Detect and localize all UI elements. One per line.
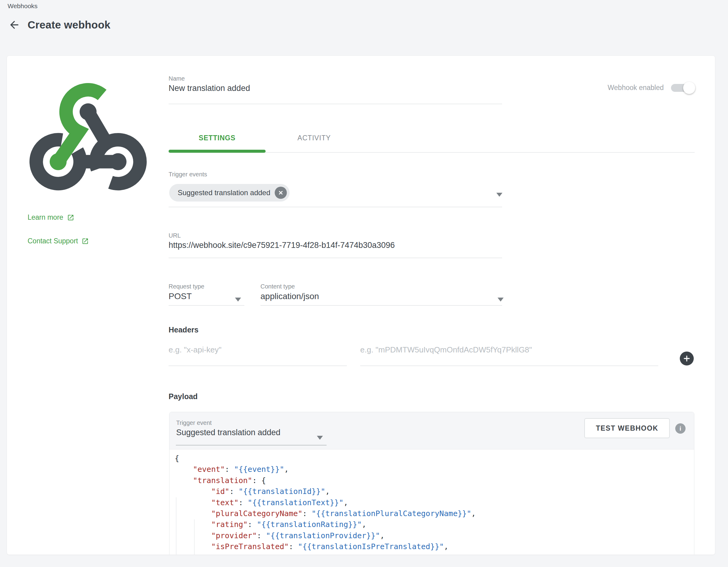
content-type-select[interactable]: application/json	[260, 291, 319, 301]
code-line: "createdAt": "{{translationCreatedAt}}",	[175, 552, 694, 555]
code-line: "rating": "{{translationRating}}",	[175, 519, 694, 530]
request-type-select[interactable]: POST	[169, 291, 192, 301]
url-label: URL	[169, 232, 181, 239]
page-header: Create webhook	[8, 18, 110, 32]
trigger-event-chip[interactable]: Suggested translation added	[169, 184, 290, 202]
url-underline	[169, 258, 502, 258]
payload-trigger-event-label: Trigger event	[176, 419, 212, 426]
header-value-underline	[360, 365, 658, 366]
content-type-underline	[260, 305, 502, 306]
webhook-enabled-row: Webhook enabled	[608, 84, 695, 92]
trigger-events-label: Trigger events	[169, 171, 207, 178]
code-line: "event": "{{event}}",	[175, 464, 694, 475]
page-title: Create webhook	[28, 19, 110, 31]
webhook-enabled-toggle[interactable]	[671, 84, 695, 92]
payload-trigger-dropdown-arrow-icon[interactable]	[317, 436, 323, 440]
name-underline	[169, 104, 502, 104]
request-type-dropdown-arrow-icon[interactable]	[235, 297, 241, 301]
trigger-events-dropdown-arrow-icon[interactable]	[496, 193, 502, 197]
info-icon[interactable]: i	[675, 423, 686, 434]
contact-support-label: Contact Support	[28, 237, 78, 245]
chip-remove-button[interactable]	[275, 187, 287, 199]
learn-more-link[interactable]: Learn more	[28, 213, 74, 222]
learn-more-label: Learn more	[28, 213, 63, 222]
back-arrow-icon	[8, 19, 20, 31]
code-line: {	[175, 453, 694, 464]
webhook-enabled-label: Webhook enabled	[608, 84, 664, 92]
tab-settings[interactable]: SETTINGS	[169, 134, 266, 142]
webhook-card: Learn more Contact Support Name Webhook …	[7, 55, 715, 555]
headers-title: Headers	[169, 325, 199, 334]
external-link-icon	[82, 238, 89, 245]
header-value-input[interactable]	[360, 345, 658, 354]
add-header-button[interactable]	[680, 351, 694, 365]
header-key-input[interactable]	[169, 345, 347, 354]
payload-panel-header: Trigger event Suggested translation adde…	[169, 412, 694, 449]
payload-trigger-event-select[interactable]: Suggested translation added	[176, 428, 280, 437]
external-link-icon	[67, 214, 74, 221]
code-line: "isPreTranslated": "{{translationIsPreTr…	[175, 541, 694, 552]
payload-code[interactable]: { "event": "{{event}}", "translation": {…	[175, 453, 694, 555]
code-line: "provider": "{{translationProvider}}",	[175, 530, 694, 541]
header-key-underline	[169, 365, 347, 366]
breadcrumb[interactable]: Webhooks	[8, 2, 38, 10]
name-label: Name	[169, 75, 185, 82]
toggle-thumb	[683, 82, 695, 94]
name-input[interactable]	[169, 84, 502, 93]
trigger-events-underline	[169, 207, 502, 207]
close-icon	[277, 190, 284, 196]
code-line: "pluralCategoryName": "{{translationPlur…	[175, 508, 694, 519]
code-line: "translation": {	[175, 475, 694, 486]
request-type-label: Request type	[169, 283, 204, 290]
payload-panel: Trigger event Suggested translation adde…	[169, 412, 694, 555]
chip-label: Suggested translation added	[178, 189, 270, 197]
tab-indicator	[169, 150, 266, 153]
webhook-logo-icon	[28, 77, 148, 195]
plus-icon	[683, 354, 691, 363]
payload-trigger-underline	[176, 445, 327, 445]
code-line: "id": "{{translationId}}",	[175, 486, 694, 497]
test-webhook-button[interactable]: TEST WEBHOOK	[584, 418, 670, 438]
code-line: "text": "{{translationText}}",	[175, 497, 694, 508]
back-button[interactable]	[8, 18, 21, 32]
payload-code-area: { "event": "{{event}}", "translation": {…	[169, 449, 694, 555]
request-type-underline	[169, 305, 244, 306]
tab-activity[interactable]: ACTIVITY	[266, 134, 363, 142]
content-type-dropdown-arrow-icon[interactable]	[498, 297, 504, 301]
url-input[interactable]	[169, 241, 502, 250]
content-type-label: Content type	[260, 283, 295, 290]
contact-support-link[interactable]: Contact Support	[28, 237, 89, 245]
payload-title: Payload	[169, 392, 198, 401]
